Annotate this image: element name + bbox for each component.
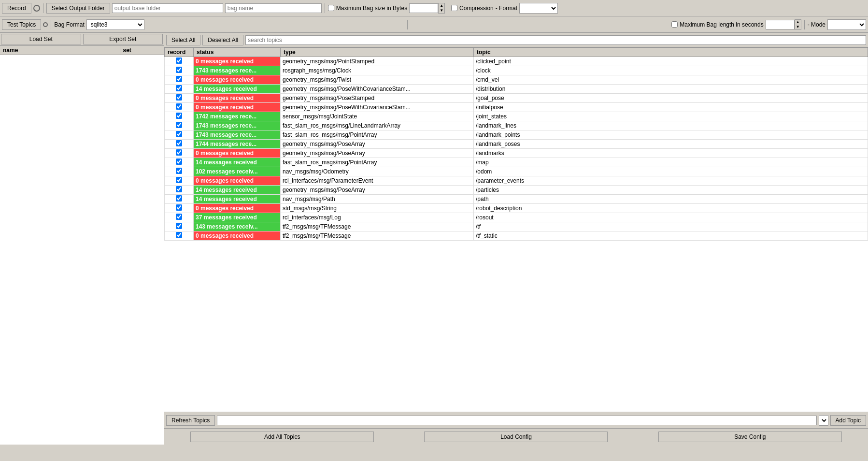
- record-checkbox[interactable]: [176, 177, 182, 183]
- test-topics-button[interactable]: Test Topics: [2, 19, 41, 30]
- record-checkbox[interactable]: [176, 232, 182, 238]
- type-cell: rcl_interfaces/msg/Log: [281, 213, 474, 222]
- record-checkbox[interactable]: [176, 158, 182, 165]
- col-status-header: status: [194, 48, 281, 57]
- topic-input[interactable]: [217, 416, 816, 425]
- record-checkbox[interactable]: [176, 186, 182, 192]
- record-cell: [165, 213, 194, 222]
- table-row: 1743 messages rece...fast_slam_ros_msgs/…: [165, 121, 868, 130]
- record-checkbox[interactable]: [176, 94, 182, 101]
- add-topic-button[interactable]: Add Topic: [830, 415, 866, 426]
- max-bag-length-value[interactable]: 0: [766, 20, 795, 29]
- topic-dropdown[interactable]: [819, 415, 828, 426]
- type-cell: tf2_msgs/msg/TFMessage: [281, 222, 474, 231]
- compression-label: Compression: [459, 5, 494, 12]
- col-set-header: set: [120, 46, 164, 55]
- type-cell: geometry_msgs/msg/PoseArray: [281, 149, 474, 158]
- mode-select[interactable]: [827, 19, 866, 30]
- status-cell: 0 messages received: [194, 176, 281, 186]
- topic-cell: /map: [474, 158, 868, 167]
- record-checkbox[interactable]: [176, 195, 182, 202]
- topic-cell: /goal_pose: [474, 94, 868, 103]
- max-bag-size-arrows: ▲ ▼: [438, 3, 445, 14]
- topic-cell: /tf_static: [474, 231, 868, 241]
- topic-cell: /clicked_point: [474, 57, 868, 66]
- topic-cell: /particles: [474, 186, 868, 195]
- record-checkbox[interactable]: [176, 149, 182, 156]
- record-checkbox[interactable]: [176, 67, 182, 73]
- toolbar-row1: Record Select Output Folder Maximum Bag …: [0, 0, 868, 16]
- status-cell: 143 messages receiv...: [194, 222, 281, 231]
- record-cell: [165, 103, 194, 112]
- record-checkbox[interactable]: [176, 214, 182, 220]
- record-radio[interactable]: [33, 5, 40, 12]
- bag-name-input[interactable]: [225, 3, 322, 13]
- type-cell: nav_msgs/msg/Path: [281, 195, 474, 204]
- record-checkbox[interactable]: [176, 113, 182, 119]
- max-bag-length-label: Maximum Bag length in seconds: [680, 21, 763, 28]
- test-topics-radio[interactable]: [43, 22, 48, 27]
- bag-format-select[interactable]: sqlite3 mcap: [86, 19, 144, 30]
- status-cell: 0 messages received: [194, 94, 281, 103]
- type-cell: sensor_msgs/msg/JointState: [281, 112, 474, 121]
- topic-cell: /landmark_poses: [474, 140, 868, 149]
- record-cell: [165, 66, 194, 75]
- max-bag-size-down[interactable]: ▼: [439, 8, 444, 13]
- topics-toolbar: Select All Deselect All: [164, 33, 868, 47]
- topic-cell: /cmd_vel: [474, 75, 868, 85]
- format-select[interactable]: [519, 3, 558, 14]
- table-row: 0 messages receivedgeometry_msgs/msg/Pos…: [165, 94, 868, 103]
- record-checkbox[interactable]: [176, 168, 182, 174]
- save-config-button[interactable]: Save Config: [658, 432, 842, 442]
- status-cell: 0 messages received: [194, 204, 281, 213]
- record-checkbox[interactable]: [176, 58, 182, 64]
- type-cell: fast_slam_ros_msgs/msg/PointArray: [281, 158, 474, 167]
- output-base-folder-input[interactable]: [112, 3, 223, 13]
- status-cell: 14 messages received: [194, 158, 281, 167]
- record-cell: [165, 195, 194, 204]
- max-bag-size-value[interactable]: 0: [409, 3, 438, 13]
- record-checkbox[interactable]: [176, 103, 182, 110]
- max-bag-length-down[interactable]: ▼: [795, 25, 801, 29]
- table-row: 1743 messages rece...fast_slam_ros_msgs/…: [165, 130, 868, 140]
- record-checkbox[interactable]: [176, 85, 182, 91]
- record-cell: [165, 167, 194, 176]
- compression-checkbox[interactable]: [451, 5, 457, 11]
- max-bag-length-checkbox[interactable]: [671, 21, 678, 28]
- refresh-topics-button[interactable]: Refresh Topics: [166, 415, 215, 426]
- search-topics-input[interactable]: [245, 35, 866, 45]
- separator4: [51, 20, 51, 29]
- max-bag-size-checkbox[interactable]: [328, 5, 334, 11]
- right-panel: Select All Deselect All record status ty…: [164, 33, 868, 445]
- record-cell: [165, 140, 194, 149]
- load-set-button[interactable]: Load Set: [1, 34, 81, 44]
- record-cell: [165, 75, 194, 85]
- record-checkbox[interactable]: [176, 131, 182, 137]
- record-checkbox[interactable]: [176, 140, 182, 146]
- record-checkbox[interactable]: [176, 122, 182, 128]
- type-cell: fast_slam_ros_msgs/msg/PointArray: [281, 130, 474, 140]
- table-row: 1744 messages rece...geometry_msgs/msg/P…: [165, 140, 868, 149]
- record-button[interactable]: Record: [2, 3, 31, 14]
- topic-cell: /odom: [474, 167, 868, 176]
- max-bag-size-up[interactable]: ▲: [439, 3, 444, 8]
- load-config-button[interactable]: Load Config: [424, 432, 608, 442]
- status-cell: 14 messages received: [194, 195, 281, 204]
- deselect-all-button[interactable]: Deselect All: [202, 35, 243, 45]
- table-row: 14 messages receivedgeometry_msgs/msg/Po…: [165, 186, 868, 195]
- export-set-button[interactable]: Export Set: [83, 34, 163, 44]
- record-checkbox[interactable]: [176, 223, 182, 229]
- select-all-button[interactable]: Select All: [166, 35, 200, 45]
- table-row: 0 messages receivedgeometry_msgs/msg/Poi…: [165, 57, 868, 66]
- record-checkbox[interactable]: [176, 76, 182, 82]
- bag-format-label: Bag Format: [54, 21, 85, 28]
- format-label: - Format: [496, 5, 517, 12]
- record-cell: [165, 57, 194, 66]
- table-row: 14 messages receivedfast_slam_ros_msgs/m…: [165, 158, 868, 167]
- record-cell: [165, 176, 194, 186]
- record-checkbox[interactable]: [176, 204, 182, 211]
- select-output-folder-button[interactable]: Select Output Folder: [46, 3, 110, 14]
- max-bag-length-up[interactable]: ▲: [795, 20, 801, 25]
- col-record-header: record: [165, 48, 194, 57]
- add-all-topics-button[interactable]: Add All Topics: [190, 432, 374, 442]
